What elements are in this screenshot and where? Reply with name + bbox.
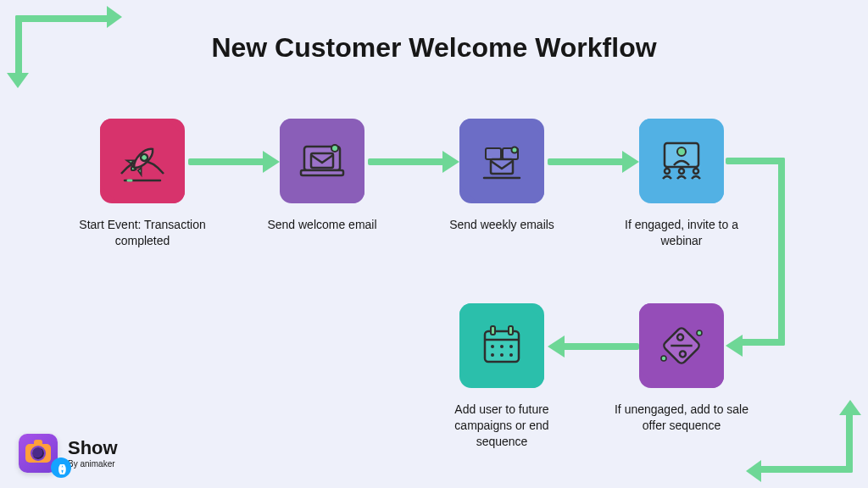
diagram-title: New Customer Welcome Workflow bbox=[0, 32, 868, 64]
svg-point-32 bbox=[509, 353, 513, 357]
step-card bbox=[459, 119, 544, 203]
step-label: If engaged, invite to a webinar bbox=[605, 217, 758, 249]
laptop-mail-icon bbox=[292, 131, 352, 191]
brand-logo: ((•)) Show By animaker bbox=[19, 434, 118, 473]
step-welcome-email: Send welcome email bbox=[246, 119, 398, 233]
step-card bbox=[100, 119, 185, 203]
svg-rect-7 bbox=[486, 148, 501, 159]
svg-rect-9 bbox=[491, 159, 513, 174]
logo-brand-name: Show bbox=[68, 439, 118, 458]
svg-point-15 bbox=[679, 169, 684, 174]
step-invite-webinar: If engaged, invite to a webinar bbox=[605, 119, 758, 249]
svg-point-6 bbox=[331, 145, 338, 152]
arrow-1-2 bbox=[188, 158, 280, 166]
svg-point-14 bbox=[665, 169, 670, 174]
arrow-3-4 bbox=[548, 158, 639, 166]
step-label: Start Event: Transaction completed bbox=[66, 217, 219, 249]
step-label: Send welcome email bbox=[262, 217, 381, 233]
step-future-campaigns: Add user to future campaigns or end sequ… bbox=[426, 303, 578, 450]
step-card bbox=[459, 303, 544, 388]
svg-rect-5 bbox=[311, 153, 333, 168]
svg-point-22 bbox=[661, 356, 666, 361]
rocket-icon bbox=[113, 131, 172, 191]
svg-point-21 bbox=[697, 330, 702, 336]
step-weekly-emails: Send weekly emails bbox=[426, 119, 578, 233]
broadcast-icon: ((•)) bbox=[51, 458, 71, 478]
step-sale-offer: If unengaged, add to sale offer sequence bbox=[605, 303, 758, 434]
step-card bbox=[280, 119, 364, 203]
svg-point-16 bbox=[693, 169, 698, 174]
svg-point-29 bbox=[509, 345, 513, 348]
svg-rect-4 bbox=[301, 170, 343, 175]
camera-icon bbox=[25, 444, 51, 463]
svg-point-27 bbox=[491, 345, 494, 348]
arrow-5-6 bbox=[548, 342, 639, 351]
svg-rect-26 bbox=[509, 326, 513, 335]
arrow-2-3 bbox=[368, 158, 459, 166]
calendar-icon bbox=[472, 316, 531, 375]
step-label: Add user to future campaigns or end sequ… bbox=[426, 402, 578, 450]
svg-point-30 bbox=[491, 353, 494, 357]
logo-text: Show By animaker bbox=[68, 439, 118, 469]
tag-icon bbox=[652, 316, 711, 375]
logo-byline: By animaker bbox=[68, 459, 118, 469]
svg-point-28 bbox=[500, 345, 504, 348]
step-card bbox=[639, 303, 724, 388]
webinar-icon bbox=[652, 131, 711, 191]
envelopes-icon bbox=[472, 131, 531, 191]
logo-badge: ((•)) bbox=[19, 434, 58, 473]
step-label: Send weekly emails bbox=[444, 217, 559, 233]
svg-rect-25 bbox=[491, 326, 495, 335]
step-card bbox=[639, 119, 724, 203]
svg-point-10 bbox=[512, 147, 518, 153]
svg-point-31 bbox=[500, 353, 504, 357]
step-start-event: Start Event: Transaction completed bbox=[66, 119, 219, 249]
svg-point-13 bbox=[677, 147, 686, 156]
step-label: If unengaged, add to sale offer sequence bbox=[605, 402, 758, 434]
